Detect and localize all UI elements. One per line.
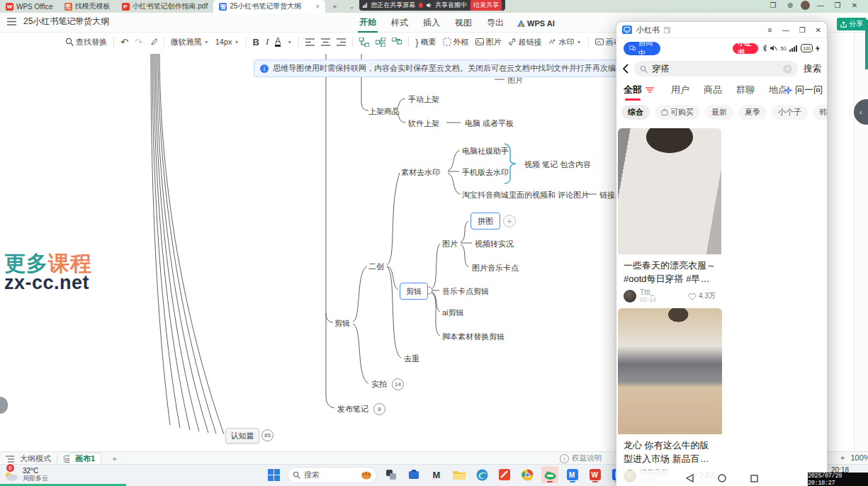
chip-petite[interactable]: 小个子 <box>772 105 808 120</box>
note-image[interactable] <box>618 128 721 254</box>
menu-export[interactable]: 导出 <box>485 14 505 32</box>
stop-share-button[interactable]: 结束共享 <box>470 0 502 11</box>
node-count-badge[interactable]: 14 <box>392 378 404 390</box>
globe-icon[interactable]: ⊕ <box>784 1 796 9</box>
blue-m-app-button[interactable]: M <box>564 466 581 483</box>
author-name[interactable]: Tttt_ <box>640 289 656 296</box>
file-explorer-button[interactable] <box>451 466 468 483</box>
node-jiaoben-tihuan[interactable]: 脚本素材替换剪辑 <box>442 332 505 342</box>
font-color-button[interactable]: A <box>275 38 281 47</box>
widgets-button[interactable] <box>405 466 422 483</box>
node-jianji-main[interactable]: 剪辑 <box>334 318 350 329</box>
align-left-button[interactable] <box>305 38 315 46</box>
note-title[interactable]: 龙心 你有这么牛的版型进入市场 新品百褶裙真的… <box>618 434 722 465</box>
node-ruanjian-shangjia[interactable]: 软件上架 <box>408 118 439 129</box>
tab-wps-office[interactable]: W WPS Office <box>0 0 59 13</box>
layout-icon[interactable]: ❐ <box>767 1 779 9</box>
phone-window-titlebar[interactable]: 小红书 ≡ — ❐ ✕ <box>616 22 827 38</box>
note-card[interactable]: 龙心 你有这么牛的版型进入市场 新品百褶裙真的… 烤焦面包 07-08 2.8万 <box>618 308 722 486</box>
menu-view[interactable]: 视图 <box>453 14 473 32</box>
insert-parent-node-button[interactable] <box>392 38 402 47</box>
node-shipai[interactable]: 实拍 <box>371 379 387 390</box>
tab-goods[interactable]: 商品 <box>704 84 722 96</box>
tab-close-icon[interactable]: × <box>315 3 320 11</box>
collaboration-pill[interactable]: 协同中 <box>624 42 660 55</box>
back-icon[interactable] <box>622 64 629 74</box>
redo-button[interactable]: ↷ <box>135 37 142 47</box>
search-input[interactable]: 穿搭 × <box>634 61 798 77</box>
search-submit-button[interactable]: 搜索 <box>804 63 821 75</box>
tab-users[interactable]: 用户 <box>671 84 689 96</box>
red-app-button[interactable] <box>496 466 513 483</box>
node-pintu-selected[interactable]: 拼图 <box>470 213 500 230</box>
node-ai-jianji[interactable]: ai剪辑 <box>442 307 464 318</box>
undo-button[interactable]: ↶ <box>120 37 128 47</box>
note-card[interactable]: 一些春天的漂亮衣服～ #ootd每日穿搭 #早春… Tttt_ 02-14 4.… <box>618 128 721 307</box>
close-button[interactable]: ✕ <box>848 1 861 9</box>
task-view-button[interactable] <box>383 466 400 483</box>
align-right-button[interactable] <box>337 38 346 46</box>
node-erchuang[interactable]: 二创 <box>368 261 384 272</box>
add-child-button[interactable]: + <box>503 215 516 227</box>
tab-list-chevron[interactable]: ⌄ <box>344 0 360 13</box>
wps-cloud-app-button[interactable] <box>541 466 558 483</box>
phone-minimize-button[interactable]: — <box>782 26 789 34</box>
share-button[interactable]: 分享 <box>837 18 867 30</box>
node-renzhi-pian[interactable]: 认知篇 <box>225 428 259 443</box>
format-painter-button[interactable] <box>149 38 157 46</box>
chip-korean-style[interactable]: 韩里韩气 <box>813 105 828 120</box>
tab-all[interactable]: 全部 <box>624 84 642 96</box>
italic-button[interactable]: I <box>266 36 269 47</box>
like-heart-icon[interactable] <box>688 293 697 300</box>
new-tab-button[interactable]: ＋ <box>325 0 344 13</box>
node-shoudong-shangjia[interactable]: 手动上架 <box>408 94 439 105</box>
font-size-select[interactable]: 14px▼ <box>215 38 239 46</box>
phone-maximize-button[interactable]: ❐ <box>799 26 806 34</box>
font-family-select[interactable]: 微软雅黑▼ <box>171 37 209 47</box>
node-shoujiban-qushuiyin[interactable]: 手机版去水印 <box>462 167 509 178</box>
align-center-button[interactable] <box>321 38 330 46</box>
tab-pdf-guide[interactable]: P 小红书笔记创作指南.pdf <box>116 0 214 13</box>
insert-child-node-button[interactable] <box>376 38 385 47</box>
taskbar-search-box[interactable]: 搜索 <box>288 467 377 483</box>
menu-style[interactable]: 样式 <box>390 14 410 32</box>
taskbar-weather-widget[interactable]: 6 32°C 局部多云 <box>2 466 48 483</box>
chip-summer[interactable]: 夏季 <box>738 105 767 120</box>
summary-button[interactable]: }概要 <box>415 37 436 47</box>
node-quzhong[interactable]: 去重 <box>404 354 419 364</box>
tab-mindmap-active[interactable]: 智 25小红书笔记带货大纲 × <box>213 0 325 13</box>
note-title[interactable]: 一些春天的漂亮衣服～ #ootd每日穿搭 #早春… <box>618 254 721 286</box>
nav-home-button[interactable] <box>718 474 726 482</box>
hyperlink-button[interactable]: 超链接 <box>508 37 542 47</box>
chrome-browser-button[interactable] <box>519 466 536 483</box>
node-shipin-biji-neirong[interactable]: 视频 笔记 包含内容 <box>524 159 591 170</box>
node-diannao-pingban[interactable]: 电脑 或者平板 <box>465 118 514 129</box>
filter-icon[interactable] <box>646 86 654 94</box>
node-shangjia-shangpin[interactable]: 上架商品 <box>368 106 400 117</box>
add-canvas-button[interactable]: ＋ <box>111 453 118 464</box>
insert-image-button[interactable]: 图片 <box>475 37 502 47</box>
canvas-tab[interactable]: 画布1 <box>69 453 101 464</box>
insert-sibling-node-button[interactable] <box>359 38 369 47</box>
wps-office-app-button[interactable]: W <box>587 466 604 483</box>
tab-groups[interactable]: 群聊 <box>736 84 755 96</box>
node-yinyue-kadian-jianji[interactable]: 音乐卡点剪辑 <box>442 286 489 297</box>
watermark-button[interactable]: A水印▼ <box>548 37 582 47</box>
tab-template[interactable]: 壳 找模壳模板 <box>59 0 116 13</box>
node-count-badge[interactable]: 8 <box>373 403 385 415</box>
minimize-button[interactable]: — <box>814 1 827 9</box>
node-diannao-shemei[interactable]: 电脑社媒助手 <box>462 146 509 157</box>
bold-button[interactable]: B <box>253 37 259 47</box>
zoom-level[interactable]: 100% <box>850 453 868 462</box>
note-image[interactable] <box>618 308 722 434</box>
menu-insert[interactable]: 插入 <box>422 14 441 32</box>
menu-wps-ai[interactable]: WPS AI <box>517 19 555 28</box>
node-sucai-qushuiyin[interactable]: 素材去水印 <box>401 167 440 178</box>
node-tupian[interactable]: 图片 <box>442 239 458 249</box>
node-count-badge[interactable]: 85 <box>261 429 274 441</box>
m-app-button[interactable]: M <box>428 466 445 483</box>
phone-menu-icon[interactable]: ≡ <box>768 26 772 34</box>
avatar[interactable] <box>801 1 810 10</box>
nav-recents-button[interactable] <box>750 475 758 482</box>
edge-browser-button[interactable] <box>473 466 490 483</box>
